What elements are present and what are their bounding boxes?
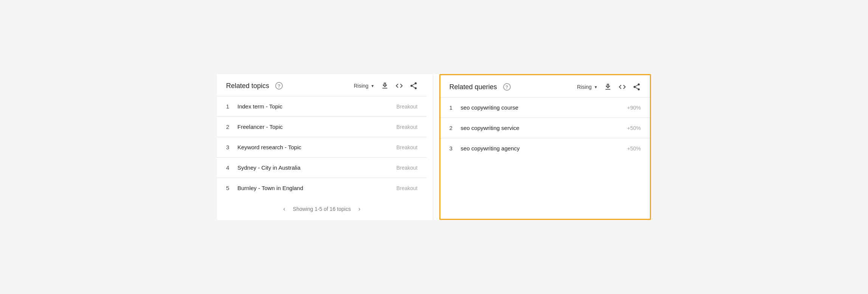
row-value: +50%	[627, 125, 641, 131]
left-filter-dropdown[interactable]: Rising ▼	[354, 83, 375, 89]
left-embed-button[interactable]	[395, 82, 403, 90]
row-number: 1	[226, 103, 237, 110]
right-embed-button[interactable]	[618, 83, 626, 91]
row-label: seo copywriting agency	[461, 145, 621, 152]
row-value: Breakout	[396, 165, 417, 171]
right-header-controls: Rising ▼	[577, 83, 641, 91]
row-value: Breakout	[396, 104, 417, 110]
right-share-button[interactable]	[632, 83, 641, 91]
left-panel-header: Related topics ? Rising ▼	[217, 74, 427, 96]
row-number: 4	[226, 164, 237, 171]
related-topics-panel: Related topics ? Rising ▼	[217, 74, 427, 220]
table-row: 5 Burnley - Town in England Breakout	[217, 178, 427, 198]
row-value: +50%	[627, 145, 641, 152]
left-header-controls: Rising ▼	[354, 82, 418, 90]
row-number: 5	[226, 185, 237, 191]
row-number: 2	[226, 124, 237, 130]
row-number: 2	[450, 125, 461, 131]
left-table-body: 1 Index term - Topic Breakout 2 Freelanc…	[217, 96, 427, 198]
right-table-body: 1 seo copywriting course +90% 2 seo copy…	[440, 97, 650, 158]
pagination-next-button[interactable]: ›	[357, 206, 362, 212]
pagination-prev-button[interactable]: ‹	[282, 206, 287, 212]
row-value: Breakout	[396, 185, 417, 191]
row-value: Breakout	[396, 124, 417, 130]
pagination-text: Showing 1-5 of 16 topics	[293, 206, 351, 212]
right-filter-arrow-icon: ▼	[594, 85, 598, 89]
row-label: Index term - Topic	[237, 103, 390, 110]
related-queries-panel: Related queries ? Rising ▼	[439, 74, 651, 220]
row-label: seo copywriting course	[461, 104, 621, 111]
table-row: 2 Freelancer - Topic Breakout	[217, 117, 427, 137]
table-row: 1 Index term - Topic Breakout	[217, 96, 427, 117]
right-filter-label: Rising	[577, 84, 592, 90]
right-panel-title: Related queries	[450, 83, 497, 91]
right-download-button[interactable]	[604, 83, 612, 91]
right-help-icon[interactable]: ?	[503, 83, 511, 91]
table-row: 2 seo copywriting service +50%	[440, 118, 650, 138]
row-label: Keyword research - Topic	[237, 144, 390, 150]
right-share-icon	[632, 83, 641, 91]
table-row: 1 seo copywriting course +90%	[440, 97, 650, 118]
table-row: 3 Keyword research - Topic Breakout	[217, 137, 427, 158]
row-label: seo copywriting service	[461, 125, 621, 131]
row-number: 1	[450, 104, 461, 111]
panel-divider	[433, 74, 433, 220]
right-embed-icon	[618, 83, 626, 91]
left-download-icon	[381, 82, 389, 90]
main-container: Related topics ? Rising ▼	[217, 74, 651, 220]
left-download-button[interactable]	[381, 82, 389, 90]
pagination: ‹ Showing 1-5 of 16 topics ›	[217, 198, 427, 220]
row-number: 3	[226, 144, 237, 150]
row-value: Breakout	[396, 144, 417, 150]
right-panel-header: Related queries ? Rising ▼	[440, 75, 650, 97]
row-label: Burnley - Town in England	[237, 185, 390, 191]
row-label: Sydney - City in Australia	[237, 164, 390, 171]
left-help-icon[interactable]: ?	[275, 82, 283, 90]
row-number: 3	[450, 145, 461, 152]
left-share-icon	[409, 82, 418, 90]
right-download-icon	[604, 83, 612, 91]
left-panel-title: Related topics	[226, 82, 269, 90]
left-filter-label: Rising	[354, 83, 369, 89]
left-filter-arrow-icon: ▼	[371, 84, 375, 88]
left-embed-icon	[395, 82, 403, 90]
table-row: 3 seo copywriting agency +50%	[440, 138, 650, 158]
row-value: +90%	[627, 105, 641, 111]
table-row: 4 Sydney - City in Australia Breakout	[217, 158, 427, 178]
left-share-button[interactable]	[409, 82, 418, 90]
row-label: Freelancer - Topic	[237, 124, 390, 130]
right-filter-dropdown[interactable]: Rising ▼	[577, 84, 598, 90]
